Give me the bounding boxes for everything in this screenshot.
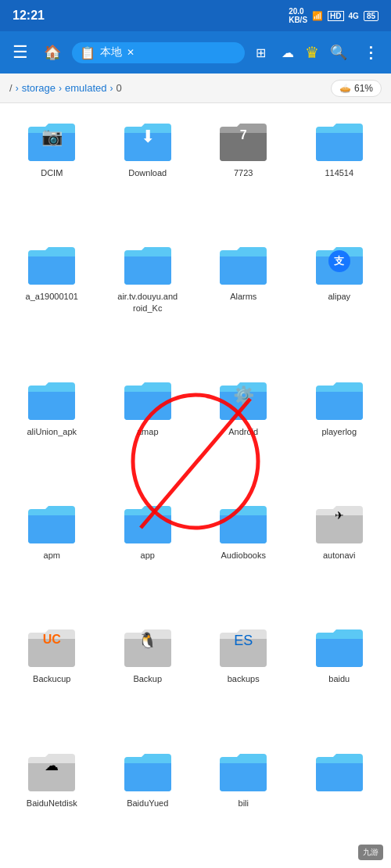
file-item[interactable]: 支alipay <box>294 235 386 365</box>
file-label: app <box>141 550 155 561</box>
tab-local[interactable]: 📋 本地 ✕ <box>72 42 245 63</box>
status-bar: 12:21 20.0KB/S 📶 HD 4G 85 <box>0 0 391 31</box>
watermark: 九游 <box>358 845 383 860</box>
file-label: BaiduYued <box>127 798 168 809</box>
path-arrow-3: › <box>109 83 113 94</box>
file-item[interactable]: ESbackups <box>198 617 289 736</box>
4g-icon: 4G <box>349 12 359 20</box>
tab-label: 本地 <box>100 45 122 59</box>
file-item[interactable]: 114514 <box>294 111 386 230</box>
file-item[interactable] <box>294 741 386 860</box>
file-item[interactable]: apm <box>6 493 98 612</box>
storage-icon: 🥧 <box>339 83 351 94</box>
hd-icon: HD <box>328 11 343 21</box>
file-item[interactable]: ⬇Download <box>102 111 194 230</box>
file-label: apm <box>44 550 60 561</box>
speed-icon: 20.0KB/S <box>289 7 307 24</box>
menu-button[interactable]: ☰ <box>8 38 33 67</box>
file-label: Download <box>128 167 167 178</box>
file-label: Backucup <box>33 673 70 684</box>
battery-icon: 85 <box>364 11 378 21</box>
file-item[interactable]: ✈autonavi <box>294 493 386 612</box>
file-item[interactable]: a_a19000101 <box>6 235 98 365</box>
file-item[interactable]: Alarms <box>198 235 289 365</box>
file-item[interactable]: BaiduYued <box>102 741 194 860</box>
file-grid: 📷DCIM ⬇Download 77723 114514 a_a19000101… <box>0 103 391 868</box>
file-item[interactable]: ☁BaiduNetdisk <box>6 741 98 860</box>
file-item[interactable]: 🐧Backup <box>102 617 194 736</box>
file-label: Audiobooks <box>221 550 267 561</box>
path-arrow-2: › <box>59 83 62 94</box>
path-arrow-1: › <box>16 83 19 94</box>
file-label: Backup <box>133 673 162 684</box>
file-item[interactable]: aliUnion_apk <box>6 370 98 489</box>
file-item[interactable]: UCBackucup <box>6 617 98 736</box>
cloud-button[interactable]: ☁ <box>277 41 299 65</box>
baidu-netdisk-icon: ☁ <box>45 757 59 774</box>
file-label: alipay <box>328 291 350 302</box>
7723-icon: 7 <box>240 128 247 142</box>
status-time: 12:21 <box>13 9 45 23</box>
home-button[interactable]: 🏠 <box>39 39 66 66</box>
file-item[interactable]: air.tv.douyu.android_Kc <box>102 235 194 365</box>
file-label: backups <box>228 673 260 684</box>
more-button[interactable]: ⋮ <box>358 38 383 66</box>
file-label: 7723 <box>234 167 253 178</box>
qq-icon: 🐧 <box>138 631 157 650</box>
storage-percent: 61% <box>354 83 373 94</box>
file-label: baidu <box>328 673 350 684</box>
file-label: playerlog <box>321 426 357 437</box>
settings-icon: ⚙️ <box>233 386 254 406</box>
file-item[interactable]: Audiobooks <box>198 493 289 612</box>
path-bar: / › storage › emulated › 0 🥧 61% <box>0 74 391 103</box>
uc-icon: UC <box>43 633 61 647</box>
search-button[interactable]: 🔍 <box>325 39 352 66</box>
file-label: air.tv.douyu.android_Kc <box>117 291 179 314</box>
path-emulated[interactable]: emulated <box>65 82 106 94</box>
autonavi-icon: ✈ <box>335 509 344 522</box>
nav-bar: ☰ 🏠 📋 本地 ✕ ⊞ ☁ ♛ 🔍 ⋮ <box>0 31 391 74</box>
file-label: amap <box>137 426 159 437</box>
file-label: Alarms <box>230 291 256 302</box>
path-storage[interactable]: storage <box>22 82 56 94</box>
file-item[interactable]: app <box>102 493 194 612</box>
tab-close-button[interactable]: ✕ <box>127 47 135 58</box>
path-root[interactable]: / <box>9 82 13 94</box>
file-label: aliUnion_apk <box>27 426 77 437</box>
file-label: BaiduNetdisk <box>27 798 77 809</box>
file-label: a_a19000101 <box>26 291 78 302</box>
file-item[interactable]: 📷DCIM <box>6 111 98 230</box>
file-label: 114514 <box>325 167 353 178</box>
status-icons: 20.0KB/S 📶 HD 4G 85 <box>289 7 378 24</box>
file-label: autonavi <box>323 550 356 561</box>
file-item[interactable]: 77723 <box>198 111 289 230</box>
file-item[interactable]: baidu <box>294 617 386 736</box>
file-item[interactable]: ⚙️Android <box>198 370 289 489</box>
file-item[interactable]: bili <box>198 741 289 860</box>
grid-button[interactable]: ⊞ <box>251 41 271 65</box>
alipay-badge: 支 <box>328 250 350 272</box>
file-item[interactable]: amap <box>102 370 194 489</box>
crown-icon[interactable]: ♛ <box>305 43 319 62</box>
file-label: DCIM <box>41 167 63 178</box>
file-label: bili <box>239 798 249 809</box>
path-0[interactable]: 0 <box>116 82 121 94</box>
backups-icon: ES <box>234 633 253 649</box>
tab-icon: 📋 <box>80 45 95 60</box>
file-item[interactable]: playerlog <box>294 370 386 489</box>
wifi-icon: 📶 <box>312 11 323 21</box>
download-icon: ⬇ <box>141 127 155 147</box>
storage-badge: 🥧 61% <box>331 80 382 97</box>
camera-icon: 📷 <box>41 127 63 147</box>
breadcrumb[interactable]: / › storage › emulated › 0 <box>9 82 122 94</box>
file-label: Android <box>228 426 258 437</box>
